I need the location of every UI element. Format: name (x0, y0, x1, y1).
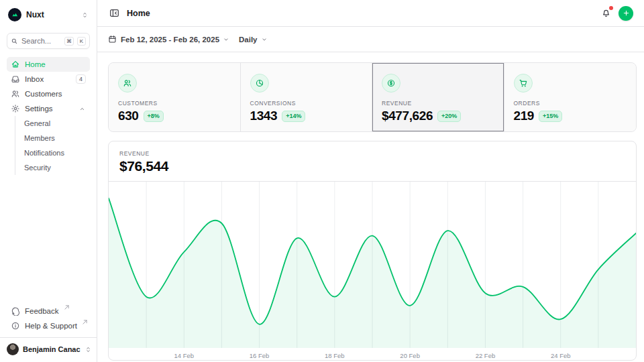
sidebar-item-feedback[interactable]: Feedback (7, 304, 90, 318)
granularity-select[interactable]: Daily (239, 36, 268, 44)
date-range-label: Feb 12, 2025 - Feb 26, 2025 (121, 36, 219, 44)
chevron-down-icon (223, 36, 229, 43)
chart-header: REVENUE $76,544 (109, 141, 636, 182)
sidebar-item-label: Feedback (25, 307, 59, 315)
sidebar-item-customers[interactable]: Customers (7, 86, 90, 101)
stat-card-revenue[interactable]: REVENUE $477,626 +20% (372, 63, 504, 131)
chat-bubble-icon (11, 306, 20, 316)
nuxt-logo-icon (8, 8, 21, 21)
stat-value: 219 (514, 109, 535, 123)
x-axis-tick-label: 14 Feb (174, 352, 194, 359)
sidebar-item-help-support[interactable]: Help & Support (7, 318, 90, 333)
add-button[interactable] (619, 6, 633, 21)
sidebar-item-security[interactable]: Security (24, 160, 90, 175)
sidebar-item-members[interactable]: Members (24, 131, 90, 145)
external-link-icon (83, 320, 87, 324)
gear-icon (11, 104, 20, 113)
sidebar-item-label: Home (25, 60, 86, 68)
x-axis-tick-label: 18 Feb (325, 352, 345, 359)
search-icon (11, 38, 18, 45)
sidebar-item-label: Inbox (25, 75, 71, 83)
settings-subnav: General Members Notifications Security (15, 116, 90, 175)
sidebar-item-inbox[interactable]: Inbox 4 (7, 72, 90, 86)
stat-delta-badge: +15% (539, 111, 562, 122)
users-icon (118, 74, 137, 93)
users-icon (11, 89, 20, 99)
chart-body[interactable]: 14 Feb16 Feb18 Feb20 Feb22 Feb24 Feb (109, 182, 636, 361)
chevron-up-icon (78, 105, 86, 113)
chevrons-up-down-icon (81, 11, 89, 19)
chevron-down-icon (261, 36, 268, 43)
x-axis-tick-label: 22 Feb (476, 352, 496, 359)
stat-label: CONVERSIONS (250, 100, 363, 107)
user-menu[interactable]: Benjamin Canac (0, 337, 97, 357)
workspace-name: Nuxt (26, 10, 76, 19)
user-name: Benjamin Canac (23, 345, 80, 353)
collapse-sidebar-button[interactable] (108, 7, 121, 19)
stat-card-orders[interactable]: ORDERS 219 +15% (504, 63, 637, 131)
notifications-button[interactable] (600, 7, 612, 19)
shopping-cart-icon (514, 74, 533, 93)
info-circle-icon (11, 321, 20, 330)
stat-label: CUSTOMERS (118, 100, 231, 107)
search-placeholder: Search... (21, 37, 61, 45)
calendar-icon (108, 35, 117, 44)
search-input[interactable]: Search... ⌘ K (7, 33, 90, 49)
sidebar-item-label: Help & Support (25, 322, 77, 330)
sidebar-footer: Feedback Help & Support Benjamin Canac (7, 304, 90, 357)
sidebar-item-settings[interactable]: Settings (7, 101, 90, 116)
x-axis-tick-label: 16 Feb (250, 352, 270, 359)
sidebar-item-label: Settings (25, 105, 74, 113)
content-area: CUSTOMERS 630 +8% CONVERSIONS 1343 +14% (97, 52, 644, 361)
circle-dollar-icon (382, 74, 400, 93)
stat-delta-badge: +8% (144, 111, 164, 122)
sidebar-item-home[interactable]: Home (7, 57, 90, 72)
panel-left-close-icon (109, 8, 119, 18)
home-icon (11, 60, 20, 69)
sidebar-item-label: Customers (25, 90, 86, 98)
stat-delta-badge: +14% (282, 111, 305, 122)
stat-delta-badge: +20% (437, 111, 461, 122)
date-range-picker[interactable]: Feb 12, 2025 - Feb 26, 2025 (108, 35, 229, 44)
notification-dot (609, 6, 613, 10)
stat-label: REVENUE (382, 100, 494, 107)
stat-card-conversions[interactable]: CONVERSIONS 1343 +14% (241, 63, 373, 131)
x-axis-tick-label: 24 Feb (551, 352, 571, 359)
stat-label: ORDERS (514, 100, 627, 107)
stat-value: 630 (118, 109, 139, 123)
sidebar-item-general[interactable]: General (24, 116, 90, 131)
stat-card-customers[interactable]: CUSTOMERS 630 +8% (109, 63, 241, 131)
plus-icon (623, 9, 630, 17)
main-panel: Home Feb 12, 2025 - Feb 26, 2025 (97, 0, 644, 362)
stat-value: $477,626 (382, 109, 433, 123)
kbd-meta: ⌘ (64, 37, 74, 46)
workspace-switcher[interactable]: Nuxt (7, 5, 90, 24)
chart-current-value: $76,544 (119, 158, 625, 174)
sidebar-nav: Home Inbox 4 Customers Settings (7, 57, 90, 175)
x-axis-tick-label: 20 Feb (400, 352, 420, 359)
revenue-chart-card: REVENUE $76,544 14 Feb16 Feb18 Feb20 Feb… (108, 141, 637, 361)
sidebar-item-notifications[interactable]: Notifications (24, 145, 90, 160)
stats-row: CUSTOMERS 630 +8% CONVERSIONS 1343 +14% (108, 62, 637, 132)
stat-value: 1343 (250, 109, 278, 123)
kbd-k: K (77, 37, 86, 46)
filters-toolbar: Feb 12, 2025 - Feb 26, 2025 Daily (97, 27, 644, 52)
sidebar: Nuxt Search... ⌘ K Home (0, 0, 97, 362)
chevrons-up-down-icon (85, 346, 92, 353)
granularity-label: Daily (239, 36, 258, 44)
pie-chart-icon (250, 74, 269, 93)
chart-kicker-label: REVENUE (119, 150, 625, 157)
revenue-area-chart: 14 Feb16 Feb18 Feb20 Feb22 Feb24 Feb (109, 182, 636, 361)
main-header: Home (97, 0, 644, 27)
external-link-icon (64, 305, 69, 310)
app-window: Nuxt Search... ⌘ K Home (0, 0, 644, 362)
inbox-icon (11, 74, 20, 84)
page-title: Home (127, 9, 150, 18)
inbox-count-badge: 4 (76, 74, 86, 84)
avatar (7, 343, 19, 355)
